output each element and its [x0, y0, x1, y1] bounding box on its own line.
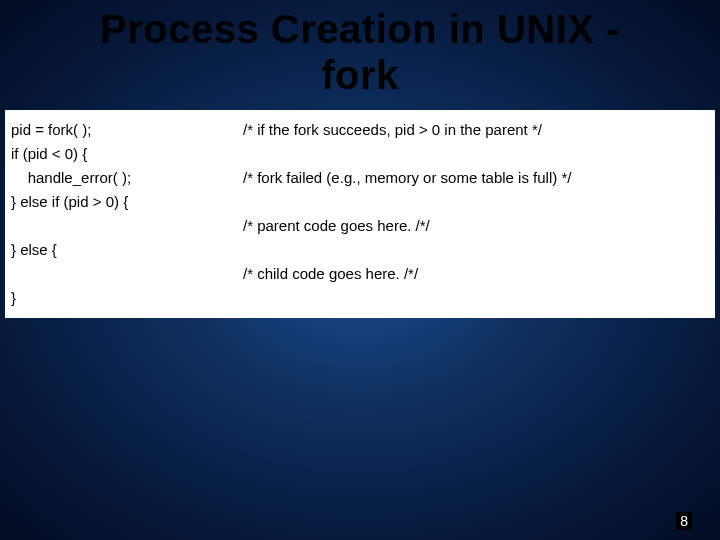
slide-title: Process Creation in UNIX - fork [0, 0, 720, 98]
code-row: } [11, 286, 709, 310]
code-left: if (pid < 0) { [11, 142, 243, 166]
code-block: pid = fork( ); /* if the fork succeeds, … [5, 110, 715, 318]
slide: Process Creation in UNIX - fork pid = fo… [0, 0, 720, 540]
code-row: } else if (pid > 0) { [11, 190, 709, 214]
code-row: /* parent code goes here. /*/ [11, 214, 709, 238]
code-left: } [11, 286, 243, 310]
code-left: } else { [11, 238, 243, 262]
code-row: handle_error( ); /* fork failed (e.g., m… [11, 166, 709, 190]
code-row: /* child code goes here. /*/ [11, 262, 709, 286]
code-comment: /* parent code goes here. /*/ [243, 214, 709, 238]
code-comment: /* child code goes here. /*/ [243, 262, 709, 286]
code-left: } else if (pid > 0) { [11, 190, 243, 214]
code-left: pid = fork( ); [11, 118, 243, 142]
code-row: if (pid < 0) { [11, 142, 709, 166]
page-number: 8 [676, 512, 692, 530]
code-row: } else { [11, 238, 709, 262]
code-row: pid = fork( ); /* if the fork succeeds, … [11, 118, 709, 142]
code-left: handle_error( ); [11, 166, 243, 190]
title-line-2: fork [0, 52, 720, 98]
title-line-1: Process Creation in UNIX - [0, 6, 720, 52]
code-comment: /* fork failed (e.g., memory or some tab… [243, 166, 709, 190]
code-comment: /* if the fork succeeds, pid > 0 in the … [243, 118, 709, 142]
